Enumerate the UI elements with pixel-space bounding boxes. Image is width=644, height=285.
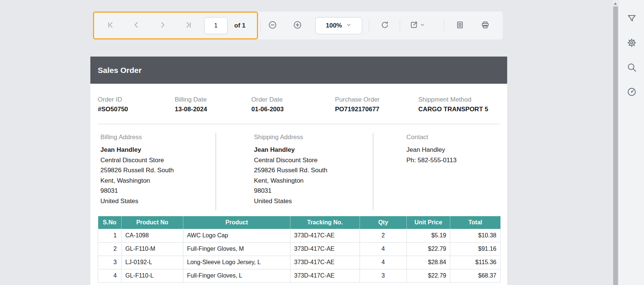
gear-icon [627, 44, 637, 49]
cell-total: $91.16 [450, 242, 500, 256]
zoom-level-select[interactable]: 100% [315, 17, 362, 34]
billing-address-line: 98031 [100, 186, 174, 196]
print-icon [481, 20, 490, 31]
search-icon [627, 68, 637, 74]
right-side-panel [618, 0, 644, 285]
toolbar-divider [400, 20, 400, 31]
billing-date-field: Billing Date 13-08-2024 [175, 96, 207, 113]
shipping-address-line: Central Discount Store [254, 155, 328, 166]
cell-qty: 2 [360, 229, 407, 242]
table-row: 2 GL-F110-M Full-Finger Gloves, M 373D-4… [98, 242, 500, 256]
chevron-down-icon [420, 22, 425, 29]
zoom-out-icon [268, 20, 277, 31]
cell-tracking: 373D-417C-AE [290, 256, 360, 269]
refresh-icon [380, 20, 389, 31]
order-id-label: Order ID [98, 96, 128, 103]
refresh-button[interactable] [377, 17, 393, 34]
shipping-address-label: Shipping Address [254, 134, 328, 141]
first-page-button[interactable] [102, 17, 119, 34]
cell-unit-price: $5.19 [407, 229, 450, 242]
scroll-up-arrow-icon[interactable] [614, 2, 617, 5]
billing-address-line: Central Discount Store [100, 155, 174, 166]
report-page: Sales Order Order ID #SO50750 Billing Da… [90, 57, 507, 285]
next-page-button[interactable] [154, 17, 171, 34]
contact-block: Contact Jean Handley Ph: 582-555-0113 [406, 134, 457, 165]
cell-product-no: CA-1098 [122, 229, 183, 242]
print-layout-button[interactable] [452, 17, 468, 34]
billing-date-value: 13-08-2024 [175, 106, 207, 113]
cell-tracking: 373D-417C-AE [290, 229, 360, 242]
cell-tracking: 373D-417C-AE [290, 269, 360, 282]
shipping-address-line: 259826 Russell Rd. South [254, 165, 328, 176]
billing-address-line: Kent, Washington [100, 176, 174, 186]
page-number-input[interactable] [204, 17, 228, 34]
cell-sno: 1 [98, 229, 122, 242]
order-date-label: Order Date [251, 96, 284, 103]
cell-total: $115.36 [450, 256, 500, 269]
zoom-in-button[interactable] [289, 17, 306, 34]
cell-total: $10.38 [450, 229, 500, 242]
page-title: Sales Order [98, 66, 142, 75]
settings-button[interactable] [627, 38, 637, 48]
cell-unit-price: $28.84 [407, 256, 450, 269]
filter-icon [627, 19, 637, 25]
page-count-label: of 1 [234, 22, 245, 29]
billing-address-label: Billing Address [100, 134, 174, 141]
document-header-bar: Sales Order [90, 57, 507, 84]
line-items-table: S.No Product No Product Tracking No. Qty… [98, 216, 500, 283]
zoom-in-icon [293, 20, 302, 31]
toolbar-divider [369, 20, 369, 31]
vertical-scrollbar[interactable] [613, 0, 618, 285]
zoom-out-button[interactable] [264, 17, 281, 34]
billing-address-block: Billing Address Jean Handley Central Dis… [100, 134, 174, 206]
performance-button[interactable] [627, 87, 637, 97]
vertical-divider [216, 133, 216, 210]
billing-date-label: Billing Date [175, 96, 207, 103]
cell-sno: 4 [98, 269, 122, 282]
cell-product-no: LJ-0192-L [122, 256, 183, 269]
order-id-value: #SO50750 [98, 106, 128, 113]
first-page-icon [106, 21, 115, 30]
zoom-level-value: 100% [326, 22, 342, 29]
pagination-group: of 1 [93, 12, 258, 39]
cell-sno: 2 [98, 242, 122, 256]
cell-product: Long-Sleeve Logo Jersey, L [183, 256, 290, 269]
contact-name: Jean Handley [406, 145, 457, 155]
cell-qty: 3 [360, 269, 407, 282]
shipping-address-line: 98031 [254, 186, 328, 196]
print-layout-icon [455, 20, 464, 31]
col-header-product-no: Product No [122, 216, 183, 229]
cell-tracking: 373D-417C-AE [290, 242, 360, 256]
previous-page-icon [132, 21, 141, 30]
col-header-unit-price: Unit Price [407, 216, 450, 229]
cell-product-no: GL-F110-M [122, 242, 183, 256]
toolbar-divider [444, 20, 444, 31]
filter-parameters-button[interactable] [627, 13, 637, 24]
billing-address-name: Jean Handley [100, 145, 174, 155]
shipping-address-line: Kent, Washington [254, 176, 328, 186]
cell-product: Full-Finger Gloves, M [183, 242, 290, 256]
chevron-down-icon [346, 22, 352, 29]
search-button[interactable] [627, 62, 637, 73]
toolbar-divider [260, 20, 261, 31]
cell-qty: 4 [360, 242, 407, 256]
cell-total: $68.37 [450, 269, 500, 282]
cell-product: Full-Finger Gloves, L [183, 269, 290, 282]
table-row: 3 LJ-0192-L Long-Sleeve Logo Jersey, L 3… [98, 256, 500, 269]
table-header-row: S.No Product No Product Tracking No. Qty… [98, 216, 500, 229]
export-button[interactable] [405, 17, 429, 34]
contact-label: Contact [406, 134, 457, 141]
order-id-field: Order ID #SO50750 [98, 96, 128, 113]
shipping-address-block: Shipping Address Jean Handley Central Di… [254, 134, 328, 206]
report-viewer-toolbar: of 1 100% [93, 12, 503, 39]
scrollbar-thumb[interactable] [613, 6, 618, 285]
cell-product: AWC Logo Cap [183, 229, 290, 242]
col-header-product: Product [183, 216, 290, 229]
previous-page-button[interactable] [128, 17, 145, 34]
performance-gauge-icon [627, 93, 637, 98]
last-page-button[interactable] [180, 17, 197, 34]
print-button[interactable] [477, 17, 493, 34]
col-header-sno: S.No [98, 216, 122, 229]
contact-phone: Ph: 582-555-0113 [406, 155, 457, 166]
next-page-icon [158, 21, 167, 30]
